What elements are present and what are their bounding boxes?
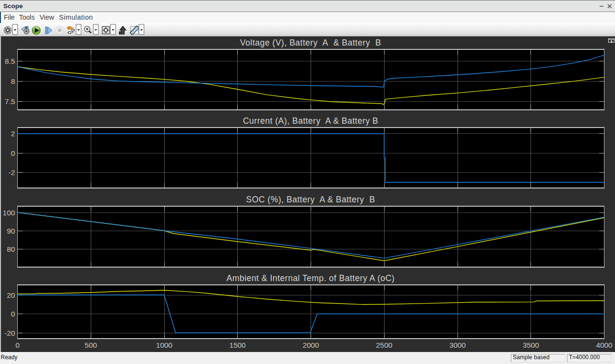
- svg-text:0: 0: [11, 149, 15, 157]
- svg-text:20: 20: [7, 291, 15, 299]
- svg-text:4000: 4000: [596, 341, 612, 349]
- svg-text:3500: 3500: [523, 341, 539, 349]
- svg-text:1000: 1000: [156, 341, 172, 349]
- svg-text:80: 80: [7, 245, 15, 253]
- svg-text:-2: -2: [9, 168, 15, 176]
- svg-text:Ambient & Internal Temp. of Ba: Ambient & Internal Temp. of Battery A (o…: [227, 273, 395, 283]
- svg-text:Current (A), Battery A & Batt: Current (A), Battery A & Battery B: [243, 116, 378, 126]
- svg-text:0: 0: [11, 310, 15, 318]
- svg-text:8: 8: [11, 77, 15, 85]
- svg-text:90: 90: [7, 227, 15, 235]
- svg-text:2500: 2500: [376, 341, 392, 349]
- svg-text:7.5: 7.5: [5, 97, 15, 106]
- svg-text:SOC (%), Battery A & Battery: SOC (%), Battery A & Battery B: [246, 195, 375, 204]
- svg-text:100: 100: [3, 209, 15, 217]
- svg-text:0: 0: [15, 341, 20, 349]
- svg-text:500: 500: [84, 341, 97, 349]
- svg-text:-20: -20: [4, 329, 15, 337]
- svg-text:2: 2: [11, 129, 15, 138]
- svg-text:2000: 2000: [302, 341, 319, 349]
- svg-text:1500: 1500: [229, 341, 246, 349]
- svg-text:3000: 3000: [449, 341, 466, 349]
- svg-text:Voltage (V), Battery A & Bat: Voltage (V), Battery A & Battery B: [240, 38, 381, 47]
- svg-text:8.5: 8.5: [5, 57, 15, 65]
